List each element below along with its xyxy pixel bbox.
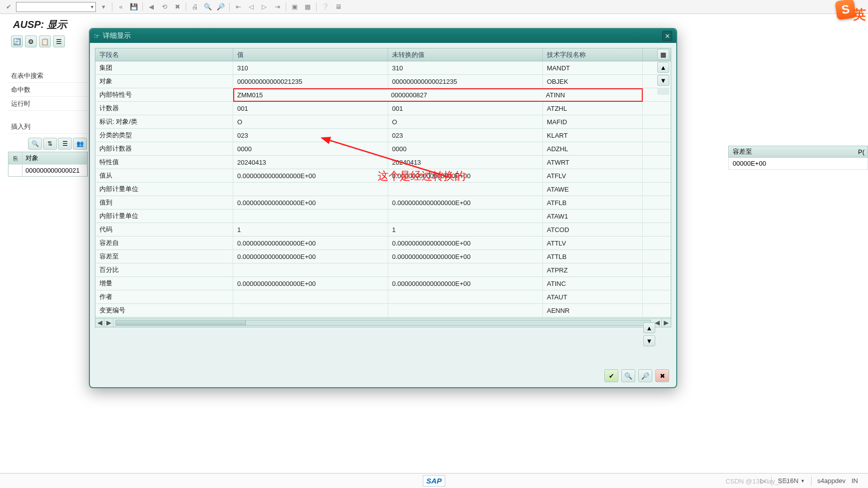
- table-row[interactable]: 计数器001001ATZHL: [95, 102, 671, 115]
- find-icon[interactable]: 🔍: [202, 1, 213, 12]
- tool-refresh-button[interactable]: 🔄: [11, 35, 23, 47]
- left-grid-select-all[interactable]: ⎘: [8, 152, 22, 164]
- table-row[interactable]: 代码11ATCOD: [95, 223, 671, 237]
- scroll-down2-button[interactable]: ▼: [643, 335, 655, 346]
- help-icon[interactable]: ❔: [320, 1, 331, 12]
- table-row[interactable]: 变更编号AENNR: [95, 304, 671, 317]
- table-row[interactable]: 百分比ATPRZ: [95, 263, 671, 277]
- nav-exit-icon[interactable]: ⟲: [159, 1, 170, 12]
- dialog-icon: ☞: [94, 32, 100, 40]
- scroll-track[interactable]: [115, 320, 651, 326]
- dialog-close-button[interactable]: ✕: [662, 31, 672, 41]
- horizontal-scrollbar[interactable]: ◀ ▶ ◀ ▶: [95, 318, 671, 327]
- scroll-right-icon[interactable]: ▶: [104, 319, 113, 327]
- select-layout-button[interactable]: ▦: [657, 49, 669, 60]
- settings-icon[interactable]: 🖥: [333, 1, 344, 12]
- table-row[interactable]: 特性值2024041320240413ATWRT: [95, 156, 671, 169]
- layout-icon[interactable]: ▦: [302, 1, 313, 12]
- table-row[interactable]: 容差至0.0000000000000000E+000.0000000000000…: [95, 250, 671, 263]
- col-unconverted[interactable]: 未转换的值: [388, 48, 543, 61]
- table-row[interactable]: 集团310310MANDT: [95, 61, 671, 75]
- cell-techname: ATINN: [543, 88, 643, 102]
- cell-value: [233, 210, 388, 223]
- table-row[interactable]: 作者ATAUT: [95, 290, 671, 304]
- separator: [811, 477, 812, 486]
- next-page-icon[interactable]: ▷: [259, 1, 270, 12]
- table-row[interactable]: 增量0.0000000000000000E+000.00000000000000…: [95, 277, 671, 290]
- cell-techname: AENNR: [543, 304, 643, 317]
- table-row[interactable]: 值到0.0000000000000000E+000.00000000000000…: [95, 196, 671, 210]
- print-icon[interactable]: 🖨: [189, 1, 200, 12]
- cell-unconverted: [388, 304, 543, 317]
- row-selector[interactable]: [8, 165, 22, 176]
- cell-fieldname: 容差至: [95, 250, 233, 263]
- scroll-track[interactable]: [657, 88, 669, 95]
- table-row[interactable]: 对象000000000000021235000000000000021235OB…: [95, 75, 671, 88]
- table-row[interactable]: 内部计量单位ATAW1: [95, 210, 671, 223]
- ime-indicator[interactable]: S 英: [836, 0, 868, 27]
- tool-execute-button[interactable]: ⚙: [25, 35, 37, 47]
- cell-fieldname: 值从: [95, 169, 233, 182]
- cell-techname: ATFLB: [543, 196, 643, 209]
- cell-techname: MANDT: [543, 61, 643, 74]
- left-mini-toolbar: 🔍 ⇅ ☰ 👥: [28, 138, 88, 150]
- tool-background-button[interactable]: 📋: [39, 35, 51, 47]
- cell-techname: KLART: [543, 129, 643, 142]
- command-field[interactable]: ▾: [16, 2, 96, 12]
- back-icon[interactable]: «: [115, 1, 126, 12]
- mini-zoom-button[interactable]: 🔍: [28, 138, 42, 150]
- cell-fieldname: 内部计数器: [95, 142, 233, 155]
- history-icon[interactable]: ▾: [98, 1, 109, 12]
- col-fieldname[interactable]: 字段名: [95, 48, 233, 61]
- last-page-icon[interactable]: ⇥: [272, 1, 283, 12]
- cell-unconverted: 1: [388, 223, 543, 236]
- cell-value: 0.0000000000000000E+00: [233, 250, 388, 263]
- col-techname[interactable]: 技术字段名称: [543, 48, 643, 61]
- scroll-left-icon[interactable]: ◀: [95, 319, 104, 327]
- cell-unconverted: 20240413: [388, 156, 543, 169]
- tool-variant-button[interactable]: ☰: [53, 35, 65, 47]
- mini-sort-button[interactable]: ⇅: [43, 138, 57, 150]
- mini-filter-button[interactable]: ☰: [58, 138, 72, 150]
- table-row[interactable]: 标识: 对象/类OOMAFID: [95, 115, 671, 129]
- prev-page-icon[interactable]: ◁: [246, 1, 257, 12]
- nav-back-icon[interactable]: ◀: [146, 1, 157, 12]
- table-row[interactable]: 内部特性号ZMM0150000000827ATINN: [95, 88, 671, 102]
- scroll-thumb[interactable]: [116, 320, 246, 325]
- first-page-icon[interactable]: ⇤: [233, 1, 244, 12]
- scroll-up2-button[interactable]: ▲: [643, 322, 655, 333]
- status-system: s4appdev: [818, 477, 846, 485]
- table-row[interactable]: 值从0.0000000000000000E+000.00000000000000…: [95, 169, 671, 183]
- accept-button[interactable]: ✔: [604, 369, 618, 382]
- separator: [229, 2, 230, 11]
- new-session-icon[interactable]: ▣: [289, 1, 300, 12]
- save-icon[interactable]: 💾: [128, 1, 139, 12]
- find-next-button[interactable]: 🔎: [638, 369, 652, 382]
- table-row[interactable]: 分类的类型023023KLART: [95, 129, 671, 142]
- cell-techname: ATPRZ: [543, 263, 643, 276]
- cell-fieldname: 作者: [95, 290, 233, 303]
- cell-fieldname: 值到: [95, 196, 233, 209]
- find-button[interactable]: 🔍: [621, 369, 635, 382]
- find-next-icon[interactable]: 🔎: [215, 1, 226, 12]
- table-row[interactable]: 内部计数器00000000ADZHL: [95, 142, 671, 156]
- table-row[interactable]: 容差自0.0000000000000000E+000.0000000000000…: [95, 237, 671, 250]
- right-col-header[interactable]: 容差至 P(: [728, 146, 868, 158]
- dialog-title: 详细显示: [103, 31, 662, 40]
- cell-fieldname: 百分比: [95, 263, 233, 276]
- table-row[interactable]: 内部计量单位ATAWE: [95, 183, 671, 196]
- cell-unconverted: [388, 183, 543, 196]
- mini-find-button[interactable]: 👥: [73, 138, 87, 150]
- separator: [142, 2, 143, 11]
- table-row[interactable]: 000000000000021: [8, 164, 87, 176]
- cell-techname: ATAUT: [543, 290, 643, 303]
- scroll-down-button[interactable]: ▼: [657, 75, 669, 86]
- nav-cancel-icon[interactable]: ✖: [172, 1, 183, 12]
- scroll-up-button[interactable]: ▲: [657, 62, 669, 73]
- cancel-button[interactable]: ✖: [655, 369, 669, 382]
- col-value[interactable]: 值: [233, 48, 388, 61]
- ok-icon[interactable]: ✔: [3, 1, 14, 12]
- scroll-right-end-icon[interactable]: ▶: [662, 319, 671, 327]
- left-grid-col-object[interactable]: 对象: [22, 152, 87, 164]
- cell-unconverted: 0000000827: [388, 88, 543, 102]
